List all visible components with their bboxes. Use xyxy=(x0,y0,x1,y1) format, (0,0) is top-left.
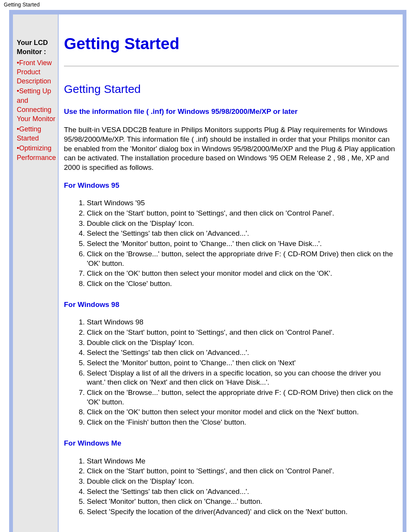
sidebar-item-front-view[interactable]: •Front View Product Description xyxy=(17,58,56,86)
list-item: Click on the 'Browse...' button, select … xyxy=(87,388,399,407)
steps-win95: Start Windows '95 Click on the 'Start' b… xyxy=(79,198,399,288)
list-item: Click on the 'Start' button, point to 'S… xyxy=(87,328,399,337)
sidebar-item-getting-started[interactable]: •Getting Started xyxy=(17,125,56,143)
list-item: Click on the 'OK' button then select you… xyxy=(87,407,399,417)
list-item: Select 'Monitor' button, then click on '… xyxy=(87,497,399,506)
list-item: Select the 'Settings' tab then click on … xyxy=(87,229,399,238)
steps-win98: Start Windows 98 Click on the 'Start' bu… xyxy=(79,318,399,427)
info-heading: Use the information file ( .inf) for Win… xyxy=(64,107,399,117)
os-heading-win95: For Windows 95 xyxy=(64,181,399,190)
sidebar: Your LCD Monitor : •Front View Product D… xyxy=(13,14,59,532)
sidebar-link[interactable]: Setting Up and Connecting Your Monitor xyxy=(17,87,55,123)
list-item: Click on the 'Close' button. xyxy=(87,279,399,289)
list-item: Select the 'Monitor' button, point to 'C… xyxy=(87,239,399,249)
list-item: Click on the 'Browse...' button, select … xyxy=(87,249,399,268)
right-stripe xyxy=(403,14,406,532)
sidebar-item-setting-up[interactable]: •Setting Up and Connecting Your Monitor xyxy=(17,86,56,123)
list-item: Select 'Specify the location of the driv… xyxy=(87,507,399,517)
list-item: Click on the 'Start' button, point to 'S… xyxy=(87,466,399,476)
steps-winme: Start Windows Me Click on the 'Start' bu… xyxy=(79,457,399,517)
list-item: Start Windows 98 xyxy=(87,318,399,327)
sidebar-link[interactable]: Optimizing Performance xyxy=(17,144,56,161)
os-heading-winme: For Windows Me xyxy=(64,439,399,448)
list-item: Start Windows '95 xyxy=(87,198,399,208)
sidebar-title: Your LCD Monitor : xyxy=(17,38,56,57)
list-item: Click on the 'Start' button, point to 'S… xyxy=(87,209,399,218)
list-item: Click on the 'OK' button then select you… xyxy=(87,269,399,278)
sidebar-item-optimizing[interactable]: •Optimizing Performance xyxy=(17,144,56,162)
os-heading-win98: For Windows 98 xyxy=(64,300,399,310)
list-item: Double click on the 'Display' Icon. xyxy=(87,477,399,486)
list-item: Select the 'Settings' tab then click on … xyxy=(87,487,399,497)
outer-frame: Your LCD Monitor : •Front View Product D… xyxy=(9,10,406,532)
sidebar-link[interactable]: Getting Started xyxy=(17,125,41,142)
separator xyxy=(64,66,399,66)
page-title: Getting Started xyxy=(64,34,399,54)
header-path: Getting Started xyxy=(0,0,411,10)
list-item: Double click on the 'Display' Icon. xyxy=(87,219,399,228)
list-item: Click on the 'Finish' button then the 'C… xyxy=(87,418,399,427)
list-item: Start Windows Me xyxy=(87,457,399,466)
list-item: Double click on the 'Display' Icon. xyxy=(87,338,399,348)
list-item: Select the 'Settings' tab then click on … xyxy=(87,348,399,358)
sidebar-link[interactable]: Front View Product Description xyxy=(17,59,52,85)
subtitle: Getting Started xyxy=(64,81,399,96)
inner-area: Your LCD Monitor : •Front View Product D… xyxy=(13,14,406,532)
list-item: Select the 'Monitor' button, point to 'C… xyxy=(87,358,399,368)
sidebar-list: •Front View Product Description •Setting… xyxy=(17,58,56,162)
list-item: Select 'Display a list of all the driver… xyxy=(87,369,399,387)
intro-paragraph: The built-in VESA DDC2B feature in Phili… xyxy=(64,125,399,172)
content: Getting Started Getting Started Use the … xyxy=(59,14,406,532)
